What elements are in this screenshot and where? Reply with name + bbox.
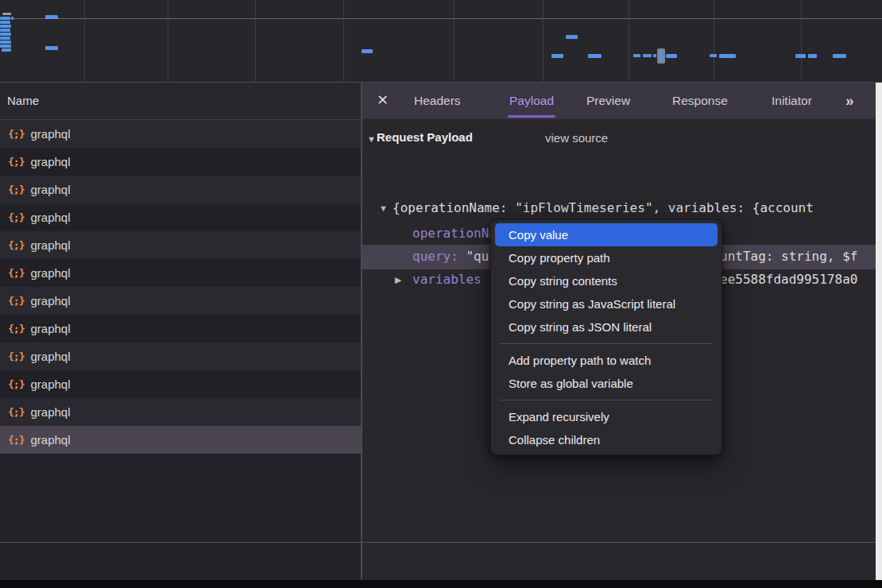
waterfall-bar (633, 54, 640, 57)
menu-separator (500, 343, 713, 344)
menu-item[interactable]: Store as global variable (495, 372, 718, 395)
menu-item[interactable]: Copy value (495, 223, 718, 246)
detail-tab-bar: ✕ Headers Payload Preview Response Initi… (362, 83, 876, 119)
request-row[interactable]: {;}graphql (0, 315, 361, 342)
request-row[interactable]: {;}graphql (0, 398, 361, 426)
menu-item[interactable]: Copy string contents (495, 269, 718, 292)
timeline-gridline (629, 0, 629, 82)
waterfall-bar (0, 25, 11, 28)
window-edge (876, 83, 882, 580)
request-row[interactable]: {;}graphql (0, 148, 361, 176)
request-row[interactable]: {;}graphql (0, 370, 361, 398)
waterfall-bar (588, 54, 602, 58)
request-list-rows: {;}graphql{;}graphql{;}graphql{;}graphql… (0, 120, 361, 454)
waterfall-bar (2, 48, 11, 52)
request-name: graphql (30, 127, 70, 141)
json-braces-icon: {;} (8, 434, 24, 446)
context-menu: Copy valueCopy property pathCopy string … (490, 219, 722, 455)
waterfall-bar (808, 54, 817, 58)
request-row[interactable]: {;}graphql (0, 342, 361, 370)
json-braces-icon: {;} (8, 239, 24, 251)
waterfall-bar (0, 37, 10, 40)
json-braces-icon: {;} (8, 323, 24, 335)
tab-initiator[interactable]: Initiator (772, 83, 812, 119)
menu-item[interactable]: Add property path to watch (495, 349, 718, 372)
waterfall-bar (0, 17, 10, 20)
summary-bar-divider (0, 542, 876, 543)
request-name: graphql (30, 183, 70, 196)
property-key: variables (412, 272, 482, 287)
json-braces-icon: {;} (8, 211, 24, 223)
more-tabs-icon[interactable]: » (845, 83, 854, 119)
json-braces-icon: {;} (8, 184, 24, 195)
menu-item[interactable]: Copy string as JavaScript literal (495, 292, 718, 315)
timeline-gridline (168, 0, 168, 82)
menu-item[interactable]: Copy string as JSON literal (495, 315, 718, 338)
request-row[interactable]: {;}graphql (0, 203, 361, 231)
name-column-header[interactable]: Name (0, 83, 361, 120)
request-name: graphql (30, 322, 70, 335)
timeline-gridline (714, 0, 714, 82)
waterfall-bar (0, 29, 10, 32)
request-row[interactable]: {;}graphql (0, 287, 361, 315)
waterfall-bar (45, 46, 58, 50)
request-row[interactable]: {;}graphql (0, 259, 361, 287)
waterfall-bar (11, 17, 14, 20)
json-braces-icon: {;} (8, 350, 24, 362)
waterfall-bar (643, 54, 652, 57)
waterfall-bar (666, 54, 677, 58)
close-icon[interactable]: ✕ (377, 91, 389, 109)
section-collapse-icon[interactable]: ▼ (367, 134, 376, 144)
bottom-edge-bar (0, 580, 882, 588)
waterfall-bar (719, 54, 736, 58)
tab-headers[interactable]: Headers (414, 83, 461, 119)
request-name: graphql (30, 350, 70, 363)
menu-item[interactable]: Copy property path (495, 246, 718, 269)
menu-item[interactable]: Expand recursively (495, 405, 718, 428)
expand-icon[interactable]: ▶ (395, 275, 401, 285)
json-braces-icon: {;} (8, 295, 24, 307)
overview-divider-line (0, 18, 882, 19)
timeline-gridline (343, 0, 344, 82)
timeline-gridline (543, 0, 544, 82)
menu-item[interactable]: Collapse children (495, 428, 718, 451)
waterfall-bar (0, 33, 11, 36)
request-name: graphql (30, 266, 70, 280)
request-name: graphql (30, 433, 70, 447)
waterfall-bar (362, 49, 373, 53)
waterfall-bar (551, 54, 563, 58)
waterfall-bar (0, 21, 10, 24)
timeline-gridline (84, 0, 85, 82)
payload-root-row[interactable]: ▼ {operationName: "ipFlowTimeseries", va… (362, 199, 876, 219)
request-name: graphql (30, 377, 70, 391)
property-key: query: (412, 249, 458, 264)
timeline-gridline (255, 0, 256, 82)
tab-preview[interactable]: Preview (586, 83, 630, 119)
tab-payload[interactable]: Payload (509, 83, 554, 119)
network-overview[interactable] (0, 0, 882, 82)
request-row[interactable]: {;}graphql (0, 231, 361, 259)
waterfall-bar (833, 54, 846, 58)
request-row[interactable]: {;}graphql (0, 426, 361, 454)
waterfall-bar (710, 54, 717, 57)
property-value-continued: ee5588fdad995178a0 (720, 272, 857, 287)
collapse-icon[interactable]: ▼ (379, 203, 388, 213)
request-row[interactable]: {;}graphql (0, 176, 361, 203)
waterfall-bar (45, 15, 58, 19)
json-braces-icon: {;} (8, 128, 24, 140)
waterfall-bar (653, 54, 656, 57)
property-value-continued: untTag: string, $f (720, 249, 857, 264)
overview-marker-bar (660, 50, 663, 62)
waterfall-bar (795, 54, 806, 58)
request-name: graphql (30, 405, 70, 419)
waterfall-bar (566, 35, 578, 39)
overview-hover-marker (657, 48, 665, 64)
property-value-start: "qu (466, 249, 489, 264)
request-name: graphql (30, 238, 70, 252)
request-row[interactable]: {;}graphql (0, 120, 361, 148)
json-braces-icon: {;} (8, 406, 24, 418)
tab-response[interactable]: Response (672, 83, 728, 119)
request-list-pane: Name {;}graphql{;}graphql{;}graphql{;}gr… (0, 83, 361, 580)
view-source-link[interactable]: view source (545, 131, 608, 145)
timeline-gridline (801, 0, 802, 82)
